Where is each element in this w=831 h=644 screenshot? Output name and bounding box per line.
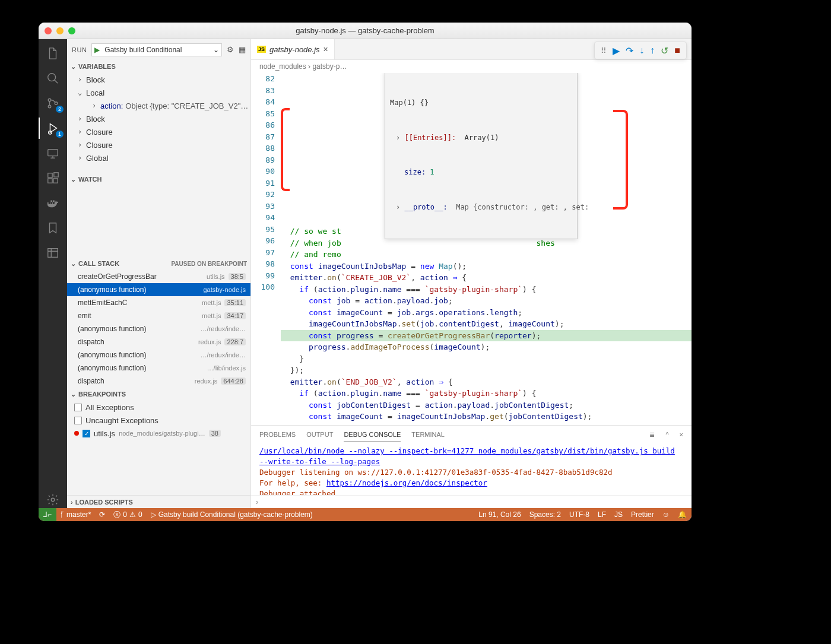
checkbox[interactable] [74, 404, 82, 411]
filter-icon[interactable]: ≣ [649, 431, 655, 439]
source-control-icon[interactable]: 2 [45, 95, 61, 112]
debug-toolbar[interactable]: ⠿ ▶ ↷ ↓ ↑ ↺ ■ [594, 42, 687, 59]
explorer-icon[interactable] [45, 45, 61, 62]
docker-icon[interactable] [45, 195, 61, 211]
bookmark-icon[interactable] [45, 220, 61, 236]
debug-console-output[interactable]: /usr/local/bin/node --nolazy --inspect-b… [251, 443, 692, 495]
debug-sidebar: RUN ▶ Gatsby build Conditional ⌄ ⚙ ▦ ⌄VA… [67, 39, 251, 508]
watch-section[interactable]: ⌄WATCH [67, 173, 250, 186]
code-line[interactable]: const imageCountInJobsMap = new Map(); [281, 261, 692, 272]
language-mode[interactable]: JS [614, 510, 623, 519]
step-into-button[interactable]: ↓ [639, 45, 644, 56]
cursor-position[interactable]: Ln 91, Col 26 [478, 510, 521, 519]
stop-button[interactable]: ■ [674, 45, 680, 56]
code-line[interactable]: }); [281, 364, 692, 376]
debug-console-input[interactable]: › [251, 495, 692, 508]
debug-config-dropdown[interactable]: ▶ Gatsby build Conditional ⌄ [91, 43, 222, 56]
encoding[interactable]: UTF-8 [569, 510, 589, 519]
code-line[interactable]: const job = action.payload.job; [281, 295, 692, 307]
code-editor[interactable]: 828384858687888990919293949596979899100 … [251, 73, 692, 425]
variables-section[interactable]: ⌄VARIABLES [67, 60, 250, 73]
paused-state: PAUSED ON BREAKPOINT [171, 261, 247, 267]
checkbox[interactable] [74, 417, 82, 424]
code-line[interactable]: const jobContentDigest = action.payload.… [281, 399, 692, 411]
close-panel-icon[interactable]: × [680, 431, 683, 438]
zoom-window[interactable] [68, 27, 75, 34]
code-line[interactable]: const imageCount = job.args.operations.l… [281, 307, 692, 319]
callstack-frame[interactable]: (anonymous function)…/redux/inde… [67, 322, 250, 335]
debug-settings-icon[interactable]: ⚙ [227, 45, 234, 54]
variable-row[interactable]: ⌄Local [67, 86, 250, 99]
loaded-scripts-section[interactable]: ›LOADED SCRIPTS [67, 495, 250, 508]
drag-handle-icon[interactable]: ⠿ [601, 46, 607, 55]
step-out-button[interactable]: ↑ [650, 45, 655, 56]
run-label: RUN [72, 46, 87, 53]
output-tab[interactable]: OUTPUT [306, 427, 333, 442]
variable-row[interactable]: ›Closure [67, 125, 250, 138]
checkbox[interactable]: ✓ [83, 430, 90, 437]
code-line[interactable]: progress.addImageToProcess(imageCount); [281, 341, 692, 353]
callstack-frame[interactable]: (anonymous function)…/lib/index.js [67, 361, 250, 375]
settings-gear-icon[interactable] [45, 491, 61, 508]
bp-uncaught-exceptions[interactable]: Uncaught Exceptions [67, 414, 250, 427]
callstack-frame[interactable]: emitmett.js34:17 [67, 309, 250, 322]
restart-button[interactable]: ↺ [661, 45, 668, 56]
debug-console-icon[interactable]: ▦ [239, 45, 246, 54]
code-line[interactable]: if (action.plugin.name === `gatsby-plugi… [281, 388, 692, 399]
callstack-frame[interactable]: dispatchredux.js228:7 [67, 335, 250, 348]
code-line[interactable]: const progress = createOrGetProgressBar(… [281, 330, 692, 342]
variable-row[interactable]: ›Block [67, 73, 250, 86]
callstack-frame[interactable]: dispatchredux.js644:28 [67, 375, 250, 388]
svg-rect-8 [53, 179, 58, 183]
run-debug-icon[interactable]: 1 [45, 120, 61, 137]
remote-indicator[interactable]: ⅃⌐ [39, 508, 56, 521]
callstack-section[interactable]: ⌄CALL STACKPAUSED ON BREAKPOINT [67, 257, 250, 270]
variable-row[interactable]: ›Global [67, 151, 250, 164]
callstack-frame[interactable]: (anonymous function)…/redux/inde… [67, 348, 250, 361]
close-tab-icon[interactable]: × [323, 45, 328, 54]
formatter[interactable]: Prettier [631, 510, 654, 519]
bp-file[interactable]: ✓utils.jsnode_modules/gatsby-plugi…38 [67, 427, 250, 440]
search-icon[interactable] [45, 70, 61, 87]
code-line[interactable]: } [281, 353, 692, 365]
close-window[interactable] [45, 27, 52, 34]
debug-hover-popup[interactable]: Map(1) {} › [[Entries]]: Array(1) size: … [385, 73, 578, 239]
bp-all-exceptions[interactable]: All Exceptions [67, 401, 250, 414]
code-line[interactable]: emitter.on(`CREATE_JOB_V2`, action ⇒ { [281, 272, 692, 284]
code-line[interactable]: const imageCount = imageCountInJobsMap.g… [281, 411, 692, 423]
breadcrumb[interactable]: node_modules › gatsby-p… [251, 60, 692, 73]
start-debug-icon[interactable]: ▶ [92, 46, 102, 54]
debug-status[interactable]: ▷ Gatsby build Conditional (gatsby-cache… [151, 510, 313, 519]
eol[interactable]: LF [598, 510, 606, 519]
code-line[interactable]: if (action.plugin.name === `gatsby-plugi… [281, 284, 692, 296]
tab-gatsby-node[interactable]: JS gatsby-node.js × [251, 39, 335, 59]
remote-icon[interactable] [45, 145, 61, 161]
callstack-frame[interactable]: (anonymous function)gatsby-node.js [67, 283, 250, 296]
terminal-tab[interactable]: TERMINAL [411, 427, 445, 442]
sync-icon[interactable]: ⟳ [99, 510, 105, 519]
continue-button[interactable]: ▶ [613, 45, 620, 56]
variable-row[interactable]: ›Block [67, 112, 250, 125]
variable-row[interactable]: ›Closure [67, 138, 250, 151]
indentation[interactable]: Spaces: 2 [529, 510, 561, 519]
titlebar[interactable]: gatsby-node.js — gatsby-cache-problem [39, 23, 692, 39]
callstack-frame[interactable]: mettEmitEachCmett.js35:11 [67, 296, 250, 309]
callstack-frame[interactable]: createOrGetProgressBarutils.js38:5 [67, 270, 250, 283]
code-line[interactable]: emitter.on(`END_JOB_V2`, action ⇒ { [281, 376, 692, 388]
code-line[interactable]: // and remo [281, 249, 692, 261]
git-branch[interactable]: ᚶ master* [60, 510, 91, 519]
feedback-icon[interactable]: ☺ [662, 510, 670, 519]
extensions-icon[interactable] [45, 170, 61, 186]
problems-status[interactable]: ⓧ 0 ⚠ 0 [113, 510, 142, 520]
project-icon[interactable] [45, 245, 61, 261]
step-over-button[interactable]: ↷ [626, 45, 633, 56]
minimize-window[interactable] [56, 27, 64, 34]
problems-tab[interactable]: PROBLEMS [259, 427, 296, 442]
variable-row[interactable]: ›action: Object {type: "CREATE_JOB_V2"… [67, 99, 250, 112]
code-line[interactable]: const progress = createOrGetProgressBar(… [281, 423, 692, 426]
debug-console-tab[interactable]: DEBUG CONSOLE [344, 427, 401, 442]
collapse-panel-icon[interactable]: ^ [665, 431, 668, 438]
notifications-icon[interactable]: 🔔 [678, 510, 687, 519]
breakpoints-section[interactable]: ⌄BREAKPOINTS [67, 388, 250, 401]
code-line[interactable]: imageCountInJobsMap.set(job.contentDiges… [281, 318, 692, 330]
